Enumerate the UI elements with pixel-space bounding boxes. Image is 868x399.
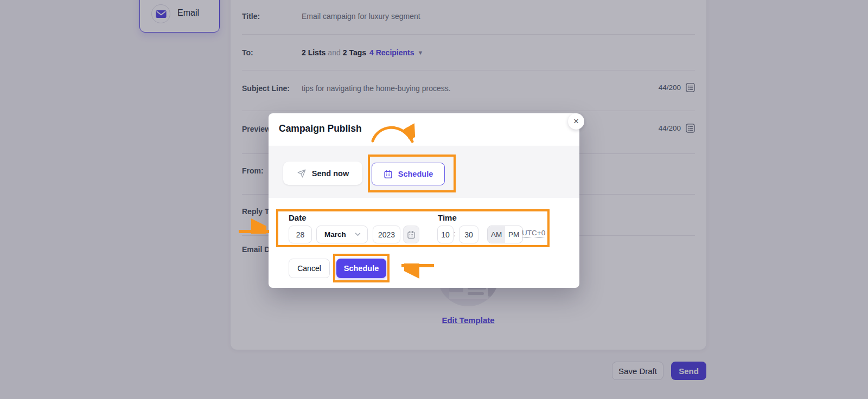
hour-input[interactable] — [437, 226, 454, 243]
calendar-icon — [384, 170, 393, 179]
cancel-button[interactable]: Cancel — [289, 259, 330, 278]
campaign-publish-modal: Campaign Publish × Send now — [269, 113, 579, 288]
am-pm-toggle: AM PM — [487, 226, 523, 243]
schedule-option-label: Schedule — [398, 170, 433, 178]
date-picker-button[interactable] — [403, 226, 419, 243]
app-screen: Email Title: Email campaign for luxury s… — [0, 0, 868, 399]
month-value: March — [324, 230, 346, 239]
calendar-picker-icon — [407, 230, 416, 239]
schedule-submit-button[interactable]: Schedule — [336, 259, 386, 278]
time-separator: : — [454, 229, 456, 238]
chevron-down-icon — [355, 233, 361, 236]
send-now-option[interactable]: Send now — [283, 162, 362, 185]
paper-plane-icon — [297, 169, 307, 178]
year-input[interactable] — [373, 226, 400, 243]
modal-header: Campaign Publish — [269, 113, 579, 145]
modal-title: Campaign Publish — [279, 123, 362, 134]
send-now-label: Send now — [312, 169, 349, 178]
pm-option[interactable]: PM — [505, 226, 522, 243]
day-input[interactable] — [289, 226, 312, 243]
minute-input[interactable] — [459, 226, 478, 243]
publish-mode-section: Send now Schedule — [269, 146, 579, 198]
date-label: Date — [289, 213, 307, 222]
close-icon: × — [573, 116, 579, 127]
time-label: Time — [438, 213, 457, 222]
am-option[interactable]: AM — [488, 226, 505, 243]
close-button[interactable]: × — [568, 113, 584, 130]
timezone-link[interactable]: UTC+0 — [522, 229, 545, 238]
schedule-option[interactable]: Schedule — [372, 163, 445, 185]
month-select[interactable]: March — [316, 226, 368, 243]
